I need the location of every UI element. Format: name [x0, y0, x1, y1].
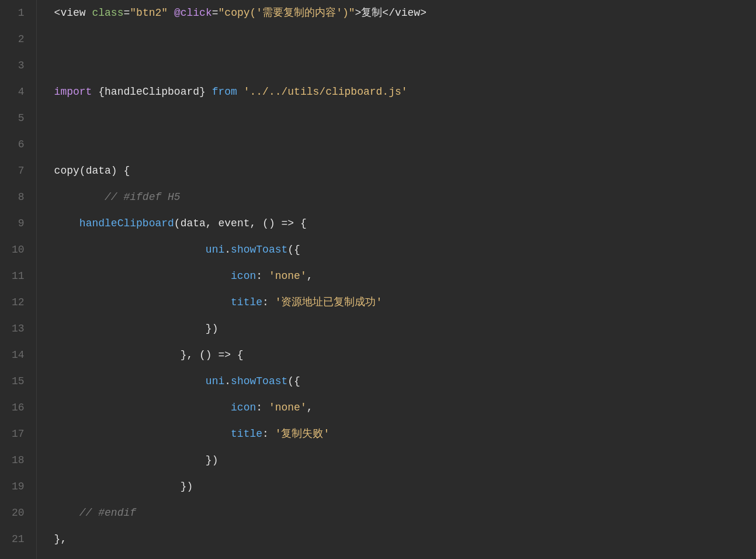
code-line: title: '资源地址已复制成功' [54, 289, 756, 316]
code-token [54, 263, 231, 289]
code-line: }) [54, 474, 756, 500]
code-line: uni.showToast({ [54, 237, 756, 263]
code-line: <view class="btn2" @click="copy('需要复制的内容… [54, 0, 756, 26]
line-number: 1 [12, 0, 25, 26]
code-content: <view class="btn2" @click="copy('需要复制的内容… [37, 0, 756, 559]
code-line: title: '复制失败' [54, 421, 756, 447]
line-number: 8 [12, 184, 25, 211]
code-token: title [231, 421, 262, 447]
code-token [54, 368, 206, 395]
line-number: 20 [12, 500, 25, 526]
code-token [86, 0, 92, 26]
line-number: 11 [12, 263, 25, 289]
code-token [237, 79, 244, 105]
code-line: }, () => { [54, 342, 756, 368]
code-token: // #endif [54, 500, 136, 526]
line-number: 21 [12, 526, 25, 553]
line-number: 10 [12, 237, 25, 263]
code-token: uni [206, 368, 224, 395]
code-token: }) [206, 447, 219, 474]
code-token: }) [181, 474, 193, 500]
code-token: : [256, 263, 269, 289]
code-token: . [224, 237, 231, 263]
line-number: 19 [12, 474, 25, 500]
code-token: }) [206, 316, 219, 342]
code-token [54, 211, 79, 237]
line-number: 13 [12, 316, 25, 342]
code-token: , [307, 263, 313, 289]
code-token: . [224, 368, 231, 395]
code-token [54, 316, 206, 342]
code-editor: 123456789101112131415161718192021 <view … [0, 0, 756, 559]
code-token: > [420, 0, 426, 26]
code-line: // #endif [54, 500, 756, 526]
code-line [54, 105, 756, 132]
code-line [54, 53, 756, 79]
code-token: (data) { [79, 158, 130, 184]
code-token: : [256, 395, 269, 421]
code-token: }, () => { [181, 342, 244, 368]
line-number: 4 [12, 79, 25, 105]
code-line: }) [54, 447, 756, 474]
code-token: : [262, 289, 275, 316]
code-token: showToast [231, 237, 287, 263]
line-number: 3 [12, 53, 25, 79]
code-token: "btn2" [130, 0, 168, 26]
line-number: 2 [12, 26, 25, 53]
code-token: import [54, 79, 92, 105]
code-token: 'none' [269, 395, 307, 421]
code-line: // #ifdef H5 [54, 184, 756, 211]
line-number: 5 [12, 105, 25, 132]
line-number: 14 [12, 342, 25, 368]
code-token: (data, event, () => { [174, 211, 307, 237]
code-token: from [212, 79, 237, 105]
code-token: } [199, 79, 212, 105]
code-line: handleClipboard(data, event, () => { [54, 211, 756, 237]
code-token [54, 447, 206, 474]
code-token [54, 237, 206, 263]
line-number: 18 [12, 447, 25, 474]
code-token [54, 421, 231, 447]
code-line: copy(data) { [54, 158, 756, 184]
code-token: < [54, 0, 61, 26]
code-token: = [123, 0, 130, 26]
code-line: icon: 'none', [54, 395, 756, 421]
code-line [54, 26, 756, 53]
line-number: 7 [12, 158, 25, 184]
code-line: icon: 'none', [54, 263, 756, 289]
code-token: '资源地址已复制成功' [275, 289, 383, 316]
code-token: class [92, 0, 123, 26]
code-line [54, 132, 756, 158]
line-number: 15 [12, 368, 25, 395]
code-line: }) [54, 316, 756, 342]
code-token: // #ifdef H5 [54, 184, 181, 211]
code-token: = [212, 0, 219, 26]
code-token: icon [231, 395, 256, 421]
code-token: handleClipboard [79, 211, 174, 237]
code-token: , [307, 395, 313, 421]
code-token: copy [54, 158, 79, 184]
code-token: handleClipboard [105, 79, 199, 105]
line-number: 16 [12, 395, 25, 421]
code-token: view [60, 0, 85, 26]
code-token [54, 289, 231, 316]
code-token [54, 395, 231, 421]
code-token: showToast [231, 368, 287, 395]
code-token: title [231, 289, 262, 316]
code-token: uni [206, 237, 224, 263]
code-token: 'none' [269, 263, 307, 289]
code-token: "copy('需要复制的内容')" [219, 0, 355, 26]
code-token [168, 0, 174, 26]
line-number: 6 [12, 132, 25, 158]
code-line: import {handleClipboard} from '../../uti… [54, 79, 756, 105]
code-token: }, [54, 526, 67, 553]
code-token: @click [174, 0, 212, 26]
line-number: 17 [12, 421, 25, 447]
code-token: : [262, 421, 275, 447]
code-token [54, 342, 181, 368]
code-token [54, 474, 181, 500]
line-number: 9 [12, 211, 25, 237]
code-token: '../../utils/clipboard.js' [244, 79, 408, 105]
code-token: { [92, 79, 105, 105]
code-line: }, [54, 526, 756, 553]
